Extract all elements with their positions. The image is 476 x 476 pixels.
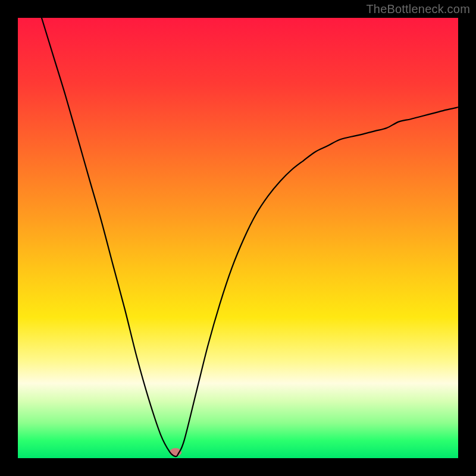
watermark-text: TheBottleneck.com	[366, 2, 470, 16]
bottleneck-curve	[42, 18, 458, 456]
curve-svg	[18, 18, 458, 458]
plot-area	[18, 18, 458, 458]
